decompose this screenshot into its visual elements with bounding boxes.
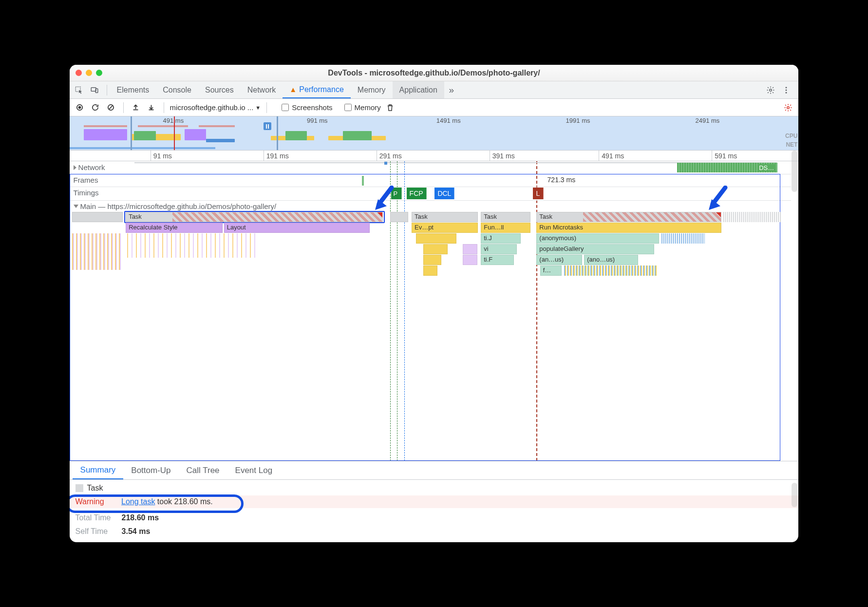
flame-task[interactable]: Task: [481, 212, 530, 222]
summary-name: Task: [87, 484, 103, 493]
flame-tij[interactable]: ti.J: [481, 233, 521, 244]
svg-point-8: [78, 106, 81, 109]
tab-performance[interactable]: ▲ Performance: [283, 81, 350, 98]
time-ruler[interactable]: 91 ms 191 ms 291 ms 391 ms 491 ms 591 ms: [70, 151, 799, 161]
flame-task[interactable]: Task: [536, 212, 721, 222]
flame-bar[interactable]: [423, 244, 448, 254]
flame-task[interactable]: [390, 212, 408, 222]
overview-pause-icon[interactable]: [264, 122, 271, 130]
capture-settings-icon[interactable]: [782, 101, 794, 114]
svg-point-4: [786, 87, 787, 88]
warning-label: Warning: [75, 497, 119, 506]
dtab-bottomup[interactable]: Bottom-Up: [123, 461, 178, 479]
flame-func[interactable]: Fun…ll: [481, 223, 530, 233]
settings-icon[interactable]: [764, 84, 777, 96]
download-profile-button[interactable]: [145, 101, 158, 114]
inspect-element-icon[interactable]: [73, 84, 85, 96]
tab-elements[interactable]: Elements: [110, 81, 156, 98]
flame-task[interactable]: [72, 212, 123, 222]
flame-bar[interactable]: [463, 244, 477, 254]
tab-application[interactable]: Application: [393, 81, 444, 98]
overview-playhead[interactable]: [174, 116, 175, 150]
record-button[interactable]: [74, 101, 86, 114]
annotation-arrow: [707, 186, 728, 211]
flame-event[interactable]: Ev…pt: [412, 223, 478, 233]
dtab-summary[interactable]: Summary: [73, 461, 124, 479]
overview-tick: 1991 ms: [566, 117, 590, 124]
memory-checkbox[interactable]: Memory: [344, 103, 381, 112]
flame-slivers[interactable]: [661, 233, 705, 244]
warning-icon: ▲: [289, 85, 297, 94]
flame-bar[interactable]: [416, 233, 456, 244]
svg-point-10: [787, 106, 790, 109]
flame-anon2[interactable]: (ano…us): [584, 255, 638, 265]
device-toolbar-icon[interactable]: [88, 84, 101, 96]
long-task-corner-icon: [716, 212, 721, 217]
flame-slivers[interactable]: [127, 233, 257, 258]
tab-network[interactable]: Network: [241, 81, 283, 98]
timing-l-badge[interactable]: L: [533, 188, 544, 199]
upload-profile-button[interactable]: [130, 101, 142, 114]
garbage-collect-icon[interactable]: [384, 101, 396, 114]
network-ds-block[interactable]: DS…: [677, 163, 777, 172]
scrollbar-thumb[interactable]: [792, 483, 797, 507]
overview-minimap[interactable]: 491 ms 991 ms 1491 ms 1991 ms 2491 ms CP…: [70, 116, 799, 151]
more-tabs-button[interactable]: »: [444, 85, 459, 95]
flame-layout[interactable]: Layout: [224, 223, 370, 233]
dtab-eventlog[interactable]: Event Log: [227, 461, 281, 479]
flame-task[interactable]: Task: [412, 212, 478, 222]
flame-bar[interactable]: [423, 266, 438, 276]
flame-chart-area[interactable]: 91 ms 191 ms 291 ms 391 ms 491 ms 591 ms…: [70, 151, 799, 461]
flame-tif[interactable]: ti.F: [481, 255, 514, 265]
frames-track-label[interactable]: Frames: [74, 176, 98, 184]
svg-rect-2: [95, 89, 98, 93]
tab-console[interactable]: Console: [156, 81, 198, 98]
marker-time-label: 721.3 ms: [547, 176, 576, 184]
perf-toolbar: microsoftedge.github.io ...▼ Screenshots…: [70, 99, 799, 116]
flame-slivers[interactable]: [723, 212, 781, 222]
flame-slivers[interactable]: [72, 233, 123, 270]
flame-bar[interactable]: [463, 255, 477, 265]
color-swatch: [75, 484, 83, 492]
dtab-calltree[interactable]: Call Tree: [179, 461, 227, 479]
overview-tick: 1491 ms: [436, 117, 461, 124]
minimize-window-button[interactable]: [86, 70, 92, 76]
kebab-menu-icon[interactable]: [780, 84, 793, 96]
timing-dcl-badge[interactable]: DCL: [434, 188, 454, 199]
zoom-window-button[interactable]: [96, 70, 102, 76]
collapse-icon: [74, 205, 78, 208]
flame-bar[interactable]: [423, 255, 441, 265]
total-time-value: 218.60 ms: [122, 513, 159, 522]
svg-point-6: [786, 92, 787, 93]
flame-anon1[interactable]: (an…us): [536, 255, 582, 265]
clear-button[interactable]: [105, 101, 117, 114]
flame-slivers[interactable]: [564, 266, 658, 276]
main-track-label[interactable]: Main — https://microsoftedge.github.io/D…: [74, 202, 277, 210]
flame-vi[interactable]: vi: [481, 244, 517, 254]
timings-track-label[interactable]: Timings: [74, 189, 99, 197]
window-title: DevTools - microsoftedge.github.io/Demos…: [70, 69, 799, 77]
tab-memory[interactable]: Memory: [351, 81, 393, 98]
expand-icon: [74, 165, 76, 170]
recording-selector[interactable]: microsoftedge.github.io ...▼: [170, 103, 261, 112]
overview-tick: 991 ms: [307, 117, 328, 124]
titlebar: DevTools - microsoftedge.github.io/Demos…: [70, 65, 799, 81]
flame-populate-gallery[interactable]: populateGallery: [536, 244, 654, 254]
flame-f[interactable]: f…: [540, 266, 562, 276]
self-time-value: 3.54 ms: [122, 527, 151, 535]
reload-record-button[interactable]: [89, 101, 102, 114]
overview-selection[interactable]: [131, 116, 278, 150]
devtools-window: DevTools - microsoftedge.github.io/Demos…: [70, 65, 799, 542]
svg-point-3: [770, 89, 772, 91]
network-track-label[interactable]: Network: [74, 163, 105, 171]
close-window-button[interactable]: [75, 70, 82, 76]
long-task-link[interactable]: Long task: [121, 497, 155, 506]
flame-anon[interactable]: (anonymous): [536, 233, 659, 244]
flame-recalc-style[interactable]: Recalculate Style: [126, 223, 223, 233]
flame-run-microtasks[interactable]: Run Microtasks: [536, 223, 721, 233]
tab-sources[interactable]: Sources: [198, 81, 241, 98]
screenshots-checkbox[interactable]: Screenshots: [282, 103, 332, 112]
divider: [107, 85, 107, 95]
flame-task-selected[interactable]: Task: [126, 212, 383, 222]
timing-fcp-badge[interactable]: FCP: [407, 188, 427, 199]
